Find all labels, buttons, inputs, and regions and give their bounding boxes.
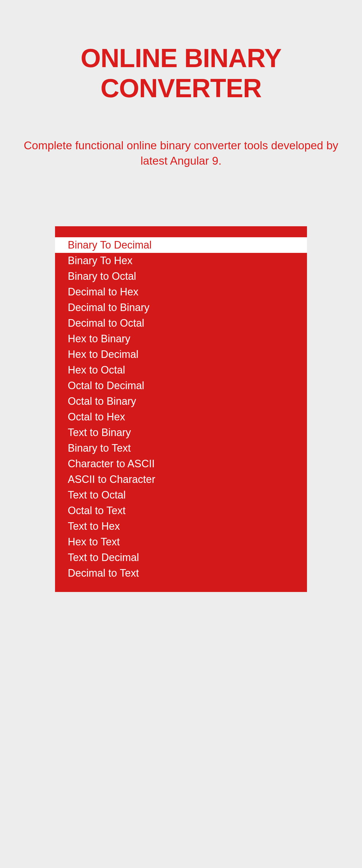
- title-line-1: ONLINE BINARY: [81, 44, 281, 73]
- menu-item[interactable]: Hex to Binary: [55, 331, 307, 347]
- menu-item[interactable]: Character to ASCII: [55, 456, 307, 472]
- page-subtitle: Complete functional online binary conver…: [18, 138, 344, 168]
- menu-item[interactable]: Decimal to Text: [55, 565, 307, 581]
- menu-item[interactable]: Text to Decimal: [55, 550, 307, 565]
- menu-item[interactable]: Binary to Text: [55, 440, 307, 456]
- menu-item[interactable]: Text to Binary: [55, 425, 307, 440]
- menu-item[interactable]: Decimal to Hex: [55, 284, 307, 300]
- menu-item[interactable]: Octal to Text: [55, 503, 307, 519]
- menu-item[interactable]: Text to Octal: [55, 487, 307, 503]
- menu-item[interactable]: Text to Hex: [55, 519, 307, 534]
- menu-item[interactable]: ASCII to Character: [55, 472, 307, 487]
- menu-item[interactable]: Octal to Hex: [55, 409, 307, 425]
- menu-item[interactable]: Hex to Decimal: [55, 347, 307, 362]
- menu-item[interactable]: Hex to Text: [55, 534, 307, 550]
- menu-item[interactable]: Decimal to Octal: [55, 315, 307, 331]
- menu-item[interactable]: Binary To Hex: [55, 253, 307, 269]
- menu-item[interactable]: Hex to Octal: [55, 362, 307, 378]
- menu-item[interactable]: Binary to Octal: [55, 269, 307, 284]
- page-title: ONLINE BINARY CONVERTER: [18, 43, 344, 103]
- menu-item[interactable]: Octal to Decimal: [55, 378, 307, 394]
- converter-menu-panel: Binary To DecimalBinary To HexBinary to …: [55, 226, 307, 592]
- title-line-2: CONVERTER: [101, 74, 261, 103]
- menu-item[interactable]: Binary To Decimal: [55, 237, 307, 253]
- menu-item[interactable]: Decimal to Binary: [55, 300, 307, 315]
- converter-menu: Binary To DecimalBinary To HexBinary to …: [55, 237, 307, 581]
- page-root: ONLINE BINARY CONVERTER Complete functio…: [0, 0, 362, 592]
- menu-item[interactable]: Octal to Binary: [55, 394, 307, 409]
